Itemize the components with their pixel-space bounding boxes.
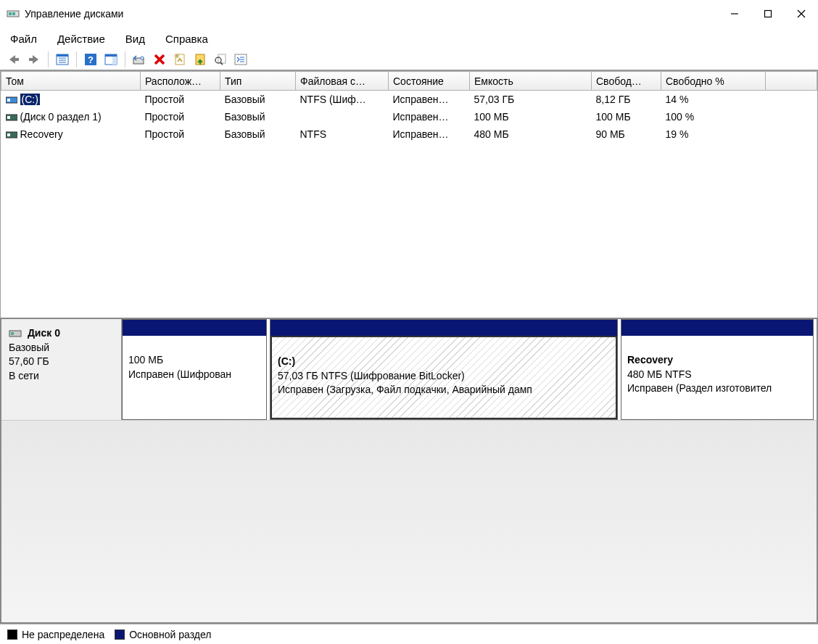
partition-block[interactable]: Recovery480 МБ NTFSИсправен (Раздел изго…	[621, 319, 814, 420]
disk-label-panel[interactable]: Диск 0 Базовый 57,60 ГБ В сети	[1, 319, 122, 420]
settings-button[interactable]	[231, 50, 250, 69]
volume-type-cell: Базовый	[220, 125, 296, 143]
volume-layout-cell: Простой	[141, 108, 220, 125]
disk-online: В сети	[9, 369, 114, 384]
volume-status-cell: Исправен…	[389, 125, 470, 143]
find-button[interactable]	[211, 50, 230, 69]
volume-free-cell: 100 МБ	[592, 108, 661, 125]
svg-rect-33	[7, 116, 10, 119]
disk-row: Диск 0 Базовый 57,60 ГБ В сети 100 МБИсп…	[1, 319, 817, 421]
partition-status: Исправен (Раздел изготовител	[627, 381, 807, 396]
help-button[interactable]: ?	[81, 50, 100, 69]
svg-rect-37	[11, 332, 14, 335]
volume-type-cell: Базовый	[220, 91, 296, 109]
svg-rect-18	[112, 57, 117, 65]
svg-point-20	[141, 57, 144, 59]
toolbar-separator	[125, 51, 125, 67]
graphical-empty-area	[1, 421, 817, 622]
disk-management-window: Управление дисками Файл Действие Вид Спр…	[0, 0, 818, 644]
partitions-container: 100 МБИсправен (Шифрован(C:)57,03 ГБ NTF…	[122, 319, 817, 420]
volume-table[interactable]: Том Располож… Тип Файловая с… Состояние …	[1, 71, 817, 143]
toolbar-separator	[48, 51, 49, 67]
volume-layout-cell: Простой	[141, 125, 220, 143]
forward-button[interactable]	[25, 50, 44, 69]
partition-block[interactable]: (C:)57,03 ГБ NTFS (Шифрование BitLocker)…	[270, 319, 618, 420]
titlebar: Управление дисками	[0, 0, 818, 28]
partition-size: 100 МБ	[128, 353, 260, 368]
partition-title: Recovery	[627, 353, 807, 368]
disk-name: Диск 0	[28, 327, 60, 339]
menu-file[interactable]: Файл	[6, 30, 41, 48]
col-volume[interactable]: Том	[1, 72, 141, 91]
disk-type: Базовый	[9, 341, 114, 355]
legend-primary: Основной раздел	[115, 629, 211, 640]
back-button[interactable]	[4, 50, 23, 69]
partition-size: 480 МБ NTFS	[627, 368, 807, 382]
col-extra[interactable]	[766, 72, 817, 91]
svg-rect-4	[765, 11, 772, 17]
window-title: Управление дисками	[25, 8, 123, 20]
show-hide-console-tree-button[interactable]	[53, 50, 72, 69]
col-type[interactable]: Тип	[220, 72, 296, 91]
partition-status: Исправен (Шифрован	[128, 368, 260, 382]
col-free[interactable]: Свобод…	[592, 72, 661, 91]
volume-fs-cell	[296, 108, 389, 125]
volume-icon	[6, 95, 17, 104]
volume-freepct-cell: 14 %	[661, 91, 766, 109]
col-capacity[interactable]: Емкость	[470, 72, 592, 91]
partition-body: (C:)57,03 ГБ NTFS (Шифрование BitLocker)…	[270, 336, 617, 419]
minimize-button[interactable]	[718, 3, 751, 25]
col-freepct[interactable]: Свободно %	[661, 72, 766, 91]
disk-size: 57,60 ГБ	[9, 355, 114, 369]
table-row[interactable]: RecoveryПростойБазовыйNTFSИсправен…480 М…	[1, 125, 817, 143]
volume-list-area: Том Располож… Тип Файловая с… Состояние …	[0, 71, 818, 318]
action-pane-button[interactable]	[102, 50, 120, 69]
maximize-button[interactable]	[751, 3, 785, 25]
close-button[interactable]	[785, 3, 818, 25]
volume-icon	[6, 112, 17, 121]
volume-icon	[6, 130, 17, 139]
menubar: Файл Действие Вид Справка	[0, 28, 818, 49]
properties-button[interactable]	[170, 50, 189, 69]
volume-type-cell: Базовый	[220, 108, 296, 125]
svg-rect-17	[105, 54, 117, 57]
delete-button[interactable]	[150, 50, 169, 69]
partition-header	[621, 320, 813, 336]
svg-rect-26	[218, 54, 226, 63]
col-layout[interactable]: Располож…	[141, 72, 220, 91]
volume-name-cell: (C:)	[1, 91, 141, 108]
svg-text:?: ?	[88, 54, 94, 65]
volume-name-cell: Recovery	[1, 125, 141, 143]
partition-header	[270, 320, 617, 336]
disk-icon	[9, 329, 22, 339]
volume-fs-cell: NTFS	[296, 125, 389, 143]
volume-status-cell: Исправен…	[389, 108, 470, 125]
partition-block[interactable]: 100 МБИсправен (Шифрован	[122, 319, 267, 420]
volume-capacity-cell: 100 МБ	[470, 108, 592, 125]
new-button[interactable]	[191, 50, 210, 69]
legend-unallocated: Не распределена	[7, 629, 104, 640]
partition-title: (C:)	[278, 355, 610, 369]
refresh-button[interactable]	[130, 50, 149, 69]
col-status[interactable]: Состояние	[389, 72, 470, 91]
volume-fs-cell: NTFS (Шиф…	[296, 91, 389, 109]
menu-view[interactable]: Вид	[121, 30, 149, 48]
volume-layout-cell: Простой	[141, 91, 220, 109]
table-row[interactable]: (C:)ПростойБазовыйNTFS (Шиф…Исправен…57,…	[1, 91, 817, 109]
svg-rect-31	[7, 99, 10, 102]
legend-swatch-primary	[115, 629, 125, 640]
volume-free-cell: 90 МБ	[592, 125, 661, 143]
table-row[interactable]: (Диск 0 раздел 1)ПростойБазовыйИсправен……	[1, 108, 817, 125]
app-icon	[6, 8, 20, 20]
toolbar: ?	[0, 49, 818, 71]
col-fs[interactable]: Файловая с…	[296, 72, 389, 91]
volume-freepct-cell: 19 %	[661, 125, 766, 143]
menu-action[interactable]: Действие	[53, 30, 110, 48]
svg-rect-1	[9, 12, 12, 15]
svg-rect-7	[15, 58, 19, 61]
partition-size: 57,03 ГБ NTFS (Шифрование BitLocker)	[278, 369, 610, 384]
menu-help[interactable]: Справка	[161, 30, 212, 48]
volume-capacity-cell: 480 МБ	[470, 125, 592, 143]
partition-status: Исправен (Загрузка, Файл подкачки, Авари…	[278, 383, 610, 397]
legend-unallocated-label: Не распределена	[22, 629, 104, 640]
